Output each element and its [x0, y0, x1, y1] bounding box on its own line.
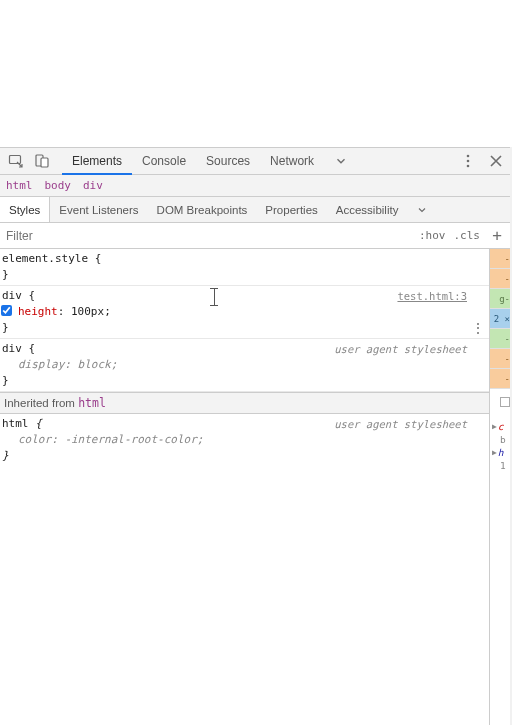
inherited-element[interactable]: html [78, 396, 106, 410]
device-toggle-icon[interactable] [32, 151, 52, 171]
rule-kebab-icon[interactable]: ⋮ [471, 320, 485, 336]
tab-console[interactable]: Console [132, 148, 196, 174]
breadcrumb-div[interactable]: div [83, 179, 103, 192]
breadcrumb: html body div [0, 175, 512, 197]
svg-rect-0 [10, 156, 21, 164]
svg-point-5 [467, 165, 470, 168]
tab-elements[interactable]: Elements [62, 148, 132, 174]
show-all-checkbox[interactable] [500, 397, 510, 407]
prop-name: display [18, 358, 64, 371]
box-model-stripe[interactable]: 2 × [490, 309, 512, 329]
tab-network[interactable]: Network [260, 148, 324, 174]
box-model-stripe[interactable]: - [490, 329, 512, 349]
computed-side-pane: --g-2 ×--- ▶c b ▶h 1 [489, 249, 512, 725]
rule-div-authored[interactable]: div { test.html:3 height: 100px; } ⋮ [0, 286, 489, 339]
cls-toggle[interactable]: .cls [454, 229, 481, 242]
computed-prop[interactable]: c [498, 421, 504, 432]
breadcrumb-html[interactable]: html [6, 179, 33, 192]
ua-label: user agent stylesheet [334, 341, 467, 357]
sub-tab-overflow[interactable] [407, 197, 437, 222]
hov-toggle[interactable]: :hov [419, 229, 446, 242]
sub-tab-styles[interactable]: Styles [0, 197, 50, 222]
inspect-icon[interactable] [6, 151, 26, 171]
svg-rect-2 [41, 158, 48, 167]
selector: element.style [2, 252, 88, 265]
box-model-stripe[interactable]: g- [490, 289, 512, 309]
box-model-stripe[interactable]: - [490, 369, 512, 389]
source-link[interactable]: test.html:3 [397, 288, 467, 304]
close-devtools-icon[interactable] [486, 151, 506, 171]
sub-tab-dom-breakpoints[interactable]: DOM Breakpoints [148, 197, 257, 222]
selector: div [2, 289, 22, 302]
expand-icon[interactable]: ▶ [492, 422, 497, 431]
page-content-area [0, 0, 512, 147]
tab-sources[interactable]: Sources [196, 148, 260, 174]
prop-value: block [78, 358, 111, 371]
computed-prop[interactable]: h [498, 447, 504, 458]
breadcrumb-body[interactable]: body [45, 179, 72, 192]
prop-name: color [18, 433, 51, 446]
sub-tab-event-listeners[interactable]: Event Listeners [50, 197, 147, 222]
svg-point-4 [467, 160, 470, 163]
devtools-toolbar: Elements Console Sources Network [0, 148, 512, 175]
styles-pane: element.style { } div { test.html:3 heig… [0, 249, 489, 725]
box-model-stripe[interactable]: - [490, 269, 512, 289]
tab-overflow[interactable] [324, 148, 358, 174]
styles-sub-tabs: Styles Event Listeners DOM Breakpoints P… [0, 197, 512, 223]
filter-input[interactable] [0, 223, 419, 248]
selector: div [2, 342, 22, 355]
prop-value: -internal-root-color [64, 433, 196, 446]
ua-label: user agent stylesheet [334, 416, 467, 432]
sub-tab-accessibility[interactable]: Accessibility [327, 197, 408, 222]
new-style-rule-icon[interactable]: + [488, 227, 506, 245]
selector: html [2, 417, 29, 430]
inherited-from-header[interactable]: Inherited from html [0, 392, 489, 414]
declaration-toggle[interactable] [1, 305, 12, 316]
filter-row: :hov .cls + [0, 223, 512, 249]
devtools-panel: Elements Console Sources Network html bo… [0, 147, 512, 725]
kebab-menu-icon[interactable] [458, 151, 478, 171]
rule-html-ua: html { user agent stylesheet color: -int… [0, 414, 489, 466]
computed-value: 1 [500, 460, 506, 471]
svg-point-3 [467, 155, 470, 158]
expand-icon[interactable]: ▶ [492, 448, 497, 457]
computed-prop: b [500, 434, 506, 445]
rule-div-ua: div { user agent stylesheet display: blo… [0, 339, 489, 392]
rule-element-style[interactable]: element.style { } [0, 249, 489, 286]
box-model-stripe[interactable]: - [490, 249, 512, 269]
sub-tab-properties[interactable]: Properties [256, 197, 326, 222]
main-tabs: Elements Console Sources Network [62, 148, 358, 174]
prop-name[interactable]: height [18, 305, 58, 318]
prop-value[interactable]: 100px [71, 305, 104, 318]
box-model-stripe[interactable]: - [490, 349, 512, 369]
